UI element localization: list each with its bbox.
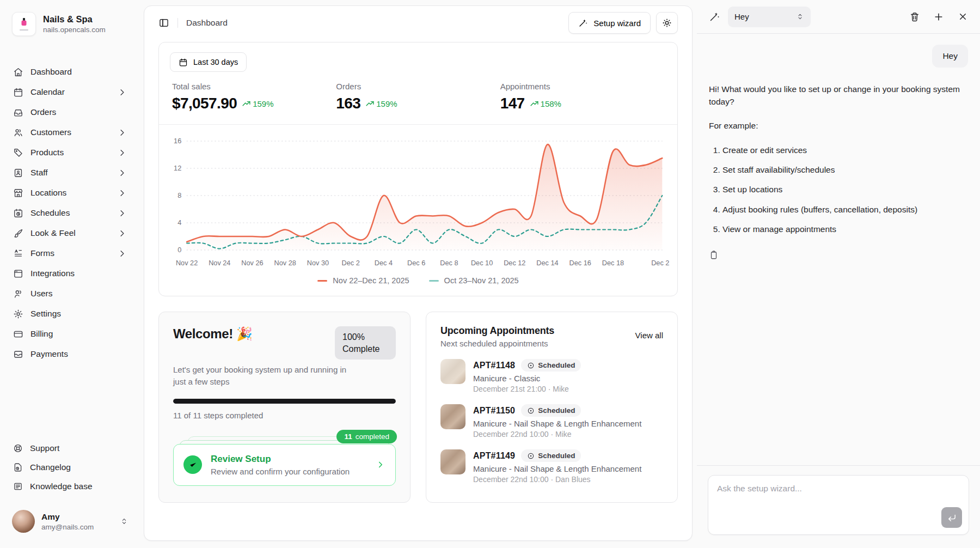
setup-step-stack: 11completed Review Setup Review and conf…	[173, 444, 396, 486]
sidebar-nav: Dashboard Calendar Orders Customers Prod…	[9, 62, 132, 364]
assistant-list-item: View or manage appointments	[722, 223, 968, 235]
stat-delta-value: 159%	[376, 99, 397, 108]
news-icon	[13, 482, 23, 491]
new-chat-icon[interactable]	[933, 11, 944, 22]
sidebar-item-locations[interactable]: Locations	[9, 183, 132, 203]
svg-text:Nov 24: Nov 24	[209, 259, 230, 267]
inbox-icon	[13, 107, 23, 118]
user-icon	[13, 289, 23, 299]
appointment-row[interactable]: APT#1149 Scheduled Manicure - Nail Shape…	[440, 449, 663, 484]
svg-text:16: 16	[174, 137, 181, 145]
chart-legend: Nov 22–Dec 21, 2025Oct 23–Nov 21, 2025	[159, 270, 677, 296]
sidebar: Nails & Spa nails.opencals.com Dashboard…	[0, 0, 140, 548]
check-circle-icon	[183, 455, 202, 474]
legend-label: Nov 22–Dec 21, 2025	[333, 276, 409, 285]
copy-icon[interactable]	[709, 250, 719, 260]
assistant-suggestion-list: Create or edit servicesSet staff availab…	[709, 144, 968, 235]
svg-text:Nov 30: Nov 30	[307, 259, 329, 267]
sidebar-item-knowledge-base[interactable]: Knowledge base	[9, 477, 132, 496]
window-icon	[13, 269, 23, 279]
calendar-icon	[179, 58, 188, 67]
user-menu[interactable]: Amy amy@nails.com	[9, 507, 132, 536]
chevron-right-icon	[117, 228, 127, 239]
brand-logo	[12, 12, 36, 36]
user-message-bubble: Hey	[932, 45, 968, 68]
status-badge: Scheduled	[521, 359, 581, 372]
appointment-service: Manicure - Nail Shape & Length Enhanceme…	[473, 464, 641, 473]
sidebar-item-look-feel[interactable]: Look & Feel	[9, 223, 132, 243]
view-all-link[interactable]: View all	[635, 331, 663, 340]
sidebar-item-orders[interactable]: Orders	[9, 102, 132, 122]
sidebar-item-settings[interactable]: Settings	[9, 304, 132, 324]
sidebar-item-changelog[interactable]: Changelog	[9, 458, 132, 477]
chat-input[interactable]	[708, 476, 969, 534]
appointment-id: APT#1150	[473, 406, 515, 416]
trending-up-icon	[242, 99, 251, 108]
legend-swatch	[429, 280, 439, 282]
sidebar-item-label: Billing	[30, 329, 53, 339]
chevron-right-icon	[117, 168, 127, 178]
sidebar-item-calendar[interactable]: Calendar	[9, 82, 132, 102]
sidebar-item-label: Knowledge base	[30, 482, 93, 491]
send-button[interactable]	[941, 507, 962, 528]
sidebar-item-integrations[interactable]: Integrations	[9, 264, 132, 283]
chat-messages: Hey Hi! What would you like to set up or…	[697, 34, 980, 465]
trash-icon[interactable]	[909, 11, 920, 22]
review-setup-step[interactable]: Review Setup Review and confirm your con…	[173, 444, 396, 486]
sidebar-item-customers[interactable]: Customers	[9, 123, 132, 142]
svg-text:Dec 2: Dec 2	[342, 259, 360, 267]
appointment-photo	[440, 404, 465, 429]
main-card: Dashboard Setup wizard Last 30 days	[144, 5, 693, 541]
home-icon	[13, 67, 23, 77]
sales-overview-card: Last 30 days Total sales $7,057.90 159% …	[158, 42, 678, 296]
setup-wizard-label: Setup wizard	[593, 19, 641, 28]
sidebar-item-products[interactable]: Products	[9, 143, 132, 162]
conversation-select[interactable]: Hey	[728, 7, 811, 27]
sidebar-item-schedules[interactable]: Schedules	[9, 203, 132, 223]
sidebar-item-forms[interactable]: Forms	[9, 243, 132, 263]
setup-wizard-button[interactable]: Setup wizard	[568, 12, 651, 34]
brand-name: Nails & Spa	[43, 14, 106, 25]
svg-text:Dec 4: Dec 4	[375, 259, 393, 267]
form-icon	[13, 248, 23, 259]
appointment-datetime: December 22nd 10:00 · Dan Blues	[473, 475, 641, 484]
appointment-row[interactable]: APT#1148 Scheduled Manicure - Classic De…	[440, 359, 663, 393]
close-icon[interactable]	[957, 11, 968, 22]
svg-text:Nov 22: Nov 22	[176, 259, 198, 267]
assistant-list-item: Set up locations	[722, 183, 968, 196]
appointment-row[interactable]: APT#1150 Scheduled Manicure - Nail Shape…	[440, 404, 663, 439]
file-clock-icon	[13, 462, 23, 472]
legend-label: Oct 23–Nov 21, 2025	[444, 276, 519, 285]
svg-text:Nov 28: Nov 28	[274, 259, 296, 267]
sidebar-item-label: Changelog	[30, 462, 71, 472]
svg-text:Dec 10: Dec 10	[471, 259, 493, 267]
theme-toggle-button[interactable]	[656, 12, 678, 34]
stat-delta-value: 159%	[253, 99, 273, 108]
sidebar-item-payments[interactable]: Payments	[9, 344, 132, 364]
status-badge: Scheduled	[521, 404, 581, 417]
sidebar-toggle-icon[interactable]	[158, 17, 169, 28]
wand-icon	[709, 11, 720, 22]
assistant-message: Hi! What would you like to set up or cha…	[709, 83, 968, 263]
sidebar-item-billing[interactable]: Billing	[9, 324, 132, 344]
date-range-label: Last 30 days	[193, 58, 238, 66]
steps-completed-label: 11 of 11 steps completed	[173, 411, 396, 420]
stat-total-sales: Total sales $7,057.90 159%	[172, 82, 336, 112]
trending-up-icon	[530, 99, 539, 108]
sales-chart: 0481216Nov 22Nov 24Nov 26Nov 28Nov 30Dec…	[159, 124, 677, 270]
svg-text:Dec 14: Dec 14	[536, 259, 558, 267]
main-header: Dashboard Setup wizard	[158, 6, 678, 40]
sidebar-item-users[interactable]: Users	[9, 284, 132, 303]
svg-text:Dec 16: Dec 16	[569, 259, 591, 267]
stat-value: 163	[336, 95, 360, 112]
sidebar-item-label: Settings	[30, 309, 61, 319]
date-range-button[interactable]: Last 30 days	[170, 52, 247, 72]
legend-swatch	[317, 280, 327, 282]
id-badge-icon	[13, 168, 23, 178]
avatar	[12, 510, 35, 533]
sidebar-item-staff[interactable]: Staff	[9, 163, 132, 182]
sidebar-item-label: Schedules	[30, 208, 70, 218]
sidebar-item-support[interactable]: Support	[9, 439, 132, 458]
sidebar-item-dashboard[interactable]: Dashboard	[9, 62, 132, 82]
chevron-right-icon	[376, 460, 385, 470]
